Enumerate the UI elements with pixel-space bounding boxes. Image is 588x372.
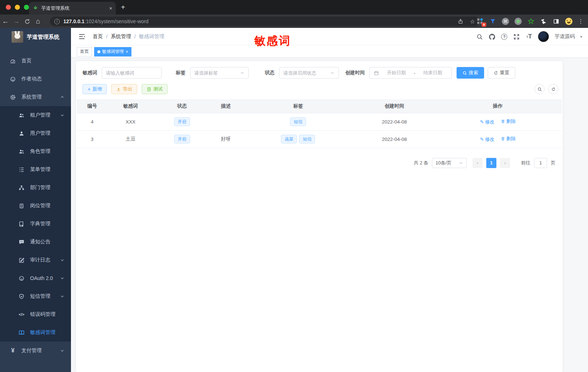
back-icon[interactable]: ← [0,17,11,25]
column-header-word: 敏感词 [108,99,154,113]
goto-page-input[interactable] [534,158,547,168]
bookmark-star-icon[interactable]: ☆ [470,18,475,25]
tag-view-home[interactable]: 首页 [77,47,92,57]
extension-grid-icon[interactable]: 9 [476,18,484,25]
date-range-picker[interactable]: 开始日期 - 结束日期 [369,67,452,79]
delete-label: 删除 [506,118,516,125]
sidebar-item-post[interactable]: 岗位管理 [0,197,71,215]
breadcrumb-system[interactable]: 系统管理 [111,33,131,40]
sidebar-toggle-icon[interactable] [78,33,85,40]
cell-id: 3 [77,130,108,148]
favicon-leaf-icon [33,5,38,11]
tag-view-sensitive-word[interactable]: 敏感词管理 × [94,47,131,57]
date-start-placeholder[interactable]: 开始日期 [382,70,411,76]
extensions-puzzle-icon[interactable] [540,18,547,25]
breadcrumb-home[interactable]: 首页 [93,33,103,40]
test-button[interactable]: 测试 [142,84,168,94]
extension-star-icon[interactable] [527,18,534,25]
site-info-icon[interactable]: i [54,19,60,24]
help-icon[interactable]: ? [501,34,507,40]
sidebar-item-label: 租户管理 [30,112,50,118]
user-avatar[interactable] [538,31,549,42]
gear-icon [10,94,16,100]
search-button-label: 搜索 [469,70,478,76]
add-button[interactable]: + 新增 [83,84,107,94]
tab-close-icon[interactable]: × [109,5,112,11]
tag-badge: 短信 [299,135,315,143]
refresh-table-button[interactable] [548,84,558,94]
window-zoom-button[interactable] [24,5,29,10]
sidebar-item-dict[interactable]: 字典管理 [0,215,71,233]
sidebar-item-notice[interactable]: 通知公告 [0,233,71,251]
window-minimize-button[interactable] [15,5,20,10]
header-search-icon[interactable] [476,33,483,40]
sidebar-item-label: 错误码管理 [30,311,55,318]
sidebar-item-errorcode[interactable]: </> 错误码管理 [0,305,71,323]
sidebar-logo[interactable]: 芋道管理系统 [0,28,71,46]
sidebar-item-sms[interactable]: 短信管理 [0,287,71,305]
fullscreen-icon[interactable] [513,33,520,40]
tag-select-field[interactable] [194,70,240,76]
tag-close-icon[interactable]: × [126,49,128,54]
sidebar-item-user[interactable]: 用户管理 [0,124,71,142]
window-controls[interactable] [6,5,29,10]
sidebar-item-role[interactable]: 角色管理 [0,142,71,160]
search-button[interactable]: 搜索 [457,67,484,79]
keyword-input[interactable] [102,67,161,79]
share-icon[interactable] [458,18,463,24]
font-size-icon[interactable]: тT [525,33,533,40]
forward-icon[interactable]: → [11,17,22,25]
extension-command-icon[interactable]: ⌘ [502,18,509,25]
delete-link[interactable]: 删除 [501,135,516,142]
table-row: 4 XXX 开启 短信 2022-04-08 ✎修改 删除 [77,113,562,130]
keyword-input-field[interactable] [106,70,157,76]
extension-funnel-icon[interactable] [489,18,496,25]
browser-menu-icon[interactable]: ⋮ [578,18,584,25]
chevron-down-icon [60,294,64,298]
reset-button[interactable]: 重置 [488,67,515,79]
edit-link[interactable]: ✎修改 [480,136,495,143]
toggle-search-button[interactable] [534,84,545,94]
column-header-created: 创建时间 [355,99,434,113]
sidebar-item-payment[interactable]: ¥ 支付管理 [0,342,71,360]
export-button[interactable]: 导出 [111,84,137,94]
profile-emoji-icon[interactable] [565,18,572,25]
home-icon[interactable]: ⌂ [33,17,43,25]
edit-link[interactable]: ✎修改 [480,119,495,125]
sidebar-item-dept[interactable]: 部门管理 [0,179,71,197]
badge-icon [18,203,25,209]
sidebar-item-sensitive-word[interactable]: 敏感词管理 [0,323,71,342]
sidebar-item-audit[interactable]: 审计日志 [0,251,71,269]
sidebar-item-label: 字典管理 [30,221,50,227]
window-close-button[interactable] [6,5,11,10]
status-badge: 开启 [174,135,190,143]
sidebar-item-tenant[interactable]: 租户管理 [0,106,71,124]
sidebar-item-oauth[interactable]: OAuth 2.0 [0,269,71,287]
extension-record-icon[interactable] [514,18,522,25]
table-row: 3 土豆 开启 好呀 蔬菜短信 2022-04-08 ✎修改 删除 [77,130,562,148]
page-size-select[interactable]: 10条/页 [432,158,467,168]
address-bar[interactable]: i 127.0.0.1:1024/system/sensitive-word ☆ [50,17,479,26]
user-menu-caret-icon[interactable]: ▾ [580,34,582,39]
cell-word: 土豆 [108,130,154,148]
delete-link[interactable]: 删除 [501,118,516,125]
date-end-placeholder[interactable]: 结束日期 [418,70,447,76]
status-select[interactable] [279,67,339,79]
chevron-up-icon [60,95,64,99]
github-icon[interactable] [488,33,496,40]
sidebar-item-menu-mgmt[interactable]: 菜单管理 [0,160,71,179]
reload-icon[interactable] [22,18,33,25]
side-panel-icon[interactable] [553,18,560,25]
browser-tab[interactable]: 芋道管理系统 × [29,2,116,14]
page-number-button[interactable]: 1 [486,158,496,168]
status-select-field[interactable] [284,70,330,76]
prev-page-button[interactable]: ‹ [472,158,483,168]
next-page-button[interactable]: › [500,158,510,168]
pencil-icon: ✎ [480,137,484,142]
sidebar-item-home[interactable]: 首页 [0,52,71,70]
new-tab-button[interactable]: + [121,4,125,11]
tag-select[interactable] [190,67,249,79]
username[interactable]: 芋道源码 [554,33,575,40]
sidebar-item-author[interactable]: 作者动态 [0,70,71,88]
sidebar-item-system[interactable]: 系统管理 [0,88,71,106]
